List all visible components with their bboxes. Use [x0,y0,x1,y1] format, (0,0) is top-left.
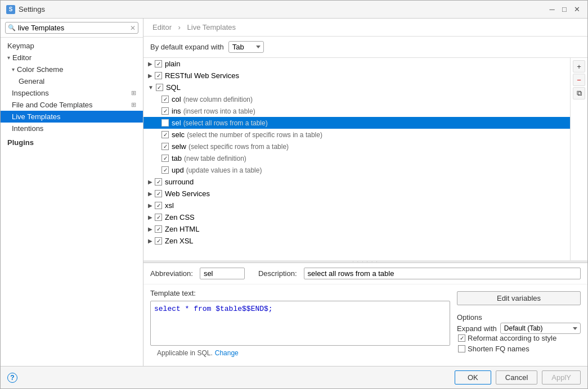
group-name-xsl: xsl [165,201,174,210]
sidebar-item-general[interactable]: General [1,75,143,87]
maximize-button[interactable]: □ [559,4,569,15]
settings-window: S Settings ─ □ ✕ 🔍 ✕ Keymap [0,0,588,389]
abbreviation-label: Abbreviation: [150,269,193,278]
add-template-button[interactable]: + [573,60,585,73]
group-zen-html[interactable]: ▶ Zen HTML [143,223,570,235]
file-templates-badge: ⊞ [131,101,136,108]
item-desc-tab: (new table definition) [184,155,246,162]
expand-select[interactable]: Tab Enter Space [228,41,264,53]
template-body: Template text: <span class="code-keyword… [143,284,587,366]
abbreviation-input[interactable] [200,268,245,279]
change-link[interactable]: Change [215,349,239,357]
checkbox-web-services[interactable] [155,190,162,197]
group-name-web-services: Web Services [165,189,210,198]
sidebar-item-file-code-templates[interactable]: File and Code Templates ⊞ [1,99,143,111]
cancel-button[interactable]: Cancel [496,370,537,385]
applicable-text: Applicable in SQL. [157,349,213,357]
checkbox-col[interactable] [161,96,169,103]
template-item-selc[interactable]: selc (select the number of specific rows… [143,129,570,141]
ok-button[interactable]: OK [455,370,491,385]
expand-arrow-plain: ▶ [148,61,152,67]
checkbox-xsl[interactable] [155,202,162,209]
shorten-row[interactable]: Shorten FQ names [457,345,581,353]
expand-row: By default expand with Tab Enter Space [143,37,587,58]
expand-arrow-zen-html: ▶ [148,226,152,232]
checkbox-selw[interactable] [161,143,169,150]
apply-button[interactable]: ApplY [542,370,581,385]
checkbox-restful[interactable] [155,72,162,79]
reformat-label: Reformat according to style [468,334,556,342]
group-plain[interactable]: ▶ plain [143,58,570,70]
sidebar-label-editor: Editor [12,53,32,62]
close-button[interactable]: ✕ [572,4,582,15]
group-xsl[interactable]: ▶ xsl [143,200,570,211]
copy-template-button[interactable]: ⧉ [573,87,585,99]
group-name-zen-html: Zen HTML [165,225,199,233]
edit-variables-button[interactable]: Edit variables [457,291,581,305]
template-item-tab[interactable]: tab (new table definition) [143,152,570,164]
group-restful[interactable]: ▶ RESTful Web Services [143,70,570,82]
group-surround[interactable]: ▶ surround [143,176,570,188]
window-title: Settings [19,5,45,13]
template-item-col[interactable]: col (new column definition) [143,93,570,105]
template-item-selw[interactable]: selw (select specific rows from a table) [143,141,570,152]
group-name-sql: SQL [166,83,181,92]
help-button[interactable]: ? [7,373,17,383]
sidebar-item-keymap[interactable]: Keymap [1,40,143,52]
window-controls: ─ □ ✕ [547,4,582,15]
template-textarea[interactable]: <span class="code-keyword">select</span>… [150,301,450,346]
checkbox-upd[interactable] [161,166,169,174]
checkbox-sel[interactable] [161,119,169,126]
options-title-row: Options [457,313,581,323]
chevron-down-icon: ▾ [7,55,10,61]
search-clear-icon[interactable]: ✕ [130,24,136,32]
sidebar-item-live-templates[interactable]: Live Templates [1,111,143,123]
template-item-sel[interactable]: sel (select all rows from a table) [143,117,570,129]
group-name-zen-xsl: Zen XSL [165,237,194,245]
right-panel: Editor › Live Templates By default expan… [143,19,587,366]
breadcrumb-part1: Editor [152,23,172,31]
checkbox-zen-css[interactable] [155,214,162,221]
template-item-upd[interactable]: upd (update values in a table) [143,164,570,176]
minimize-button[interactable]: ─ [547,4,557,15]
checkbox-sql[interactable] [156,84,163,91]
checkbox-zen-xsl[interactable] [155,237,162,245]
checkbox-selc[interactable] [161,131,169,138]
group-zen-css[interactable]: ▶ Zen CSS [143,211,570,223]
group-name-plain: plain [165,60,180,68]
group-zen-xsl[interactable]: ▶ Zen XSL [143,235,570,247]
item-name-upd: upd [172,166,184,174]
checkbox-ins[interactable] [161,107,169,115]
reformat-row[interactable]: Reformat according to style [457,334,581,342]
sidebar-label-file-code-templates: File and Code Templates [12,101,93,109]
item-name-sel: sel [172,119,181,127]
description-input[interactable] [304,268,581,279]
item-desc-selw: (select specific rows from a table) [188,143,289,151]
expand-with-select[interactable]: Default (Tab) Tab Enter Space [500,323,581,334]
template-item-ins[interactable]: ins (insert rows into a table) [143,105,570,117]
sidebar-item-editor[interactable]: ▾ Editor [1,52,143,64]
group-sql[interactable]: ▼ SQL [143,82,570,93]
sidebar-item-plugins[interactable]: Plugins [1,137,143,148]
sidebar-item-intentions[interactable]: Intentions [1,123,143,134]
shorten-checkbox[interactable] [458,345,465,352]
remove-template-button[interactable]: − [573,74,585,86]
sidebar-label-plugins: Plugins [7,138,34,147]
reformat-checkbox[interactable] [458,334,465,342]
item-name-selw: selw [172,142,186,151]
checkbox-surround[interactable] [155,178,162,186]
expand-arrow-zen-xsl: ▶ [148,238,152,244]
sidebar-item-inspections[interactable]: Inspections ⊞ [1,87,143,99]
checkbox-tab[interactable] [161,155,169,162]
description-label: Description: [258,269,297,278]
checkbox-zen-html[interactable] [155,225,162,233]
group-web-services[interactable]: ▶ Web Services [143,188,570,200]
search-input[interactable] [18,24,128,32]
templates-list: ▶ plain ▶ RESTful Web Services ▼ SQ [143,58,570,260]
expand-with-label: Expand with [457,324,497,333]
checkbox-plain[interactable] [155,60,162,67]
title-bar-left: S Settings [6,5,45,14]
sidebar-label-keymap: Keymap [7,42,34,50]
options-section: Options Expand with Default (Tab) Tab En… [457,310,581,353]
sidebar-item-color-scheme[interactable]: ▾ Color Scheme [1,64,143,75]
